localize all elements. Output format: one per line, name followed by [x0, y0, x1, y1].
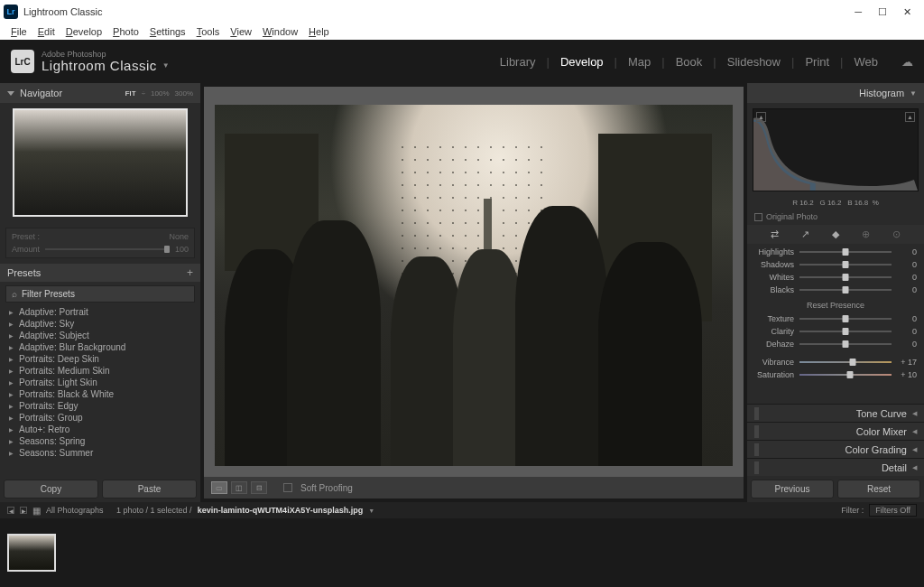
highlight-clip-icon[interactable]: ▲ — [905, 112, 915, 122]
slider-track[interactable] — [799, 289, 892, 291]
menu-view[interactable]: View — [226, 26, 255, 37]
slider-whites[interactable]: Whites0 — [754, 271, 917, 284]
preset-item[interactable]: Portraits: Light Skin — [4, 377, 197, 388]
filter-presets-input[interactable]: ⌕ Filter Presets — [5, 285, 195, 303]
presets-header[interactable]: Presets + — [0, 264, 200, 282]
section-detail[interactable]: Detail — [747, 458, 924, 476]
slider-track[interactable] — [799, 251, 892, 253]
window-titlebar: Lr Lightroom Classic ─ ☐ ✕ — [0, 0, 924, 23]
preset-item[interactable]: Adaptive: Portrait — [4, 306, 197, 318]
left-panel: Navigator FIT ÷ 100% 300% Preset :None A… — [0, 83, 200, 502]
menu-window[interactable]: Window — [259, 26, 301, 37]
brand-main[interactable]: Lightroom Classic▼ — [42, 59, 170, 72]
preset-item[interactable]: Portraits: Edgy — [4, 400, 197, 412]
slider-saturation[interactable]: Saturation+ 10 — [754, 368, 917, 381]
extra-tool-icon[interactable]: ⊙ — [892, 228, 901, 240]
develop-tool-strip: ⇄ ↗ ◆ ⊕ ⊙ — [747, 225, 924, 244]
preset-item[interactable]: Portraits: Group — [4, 412, 197, 424]
slider-track[interactable] — [799, 264, 892, 266]
preset-item[interactable]: Seasons: Summer — [4, 447, 197, 459]
module-print[interactable]: Print — [805, 55, 829, 69]
app-icon: Lr — [4, 5, 18, 19]
menu-file[interactable]: File — [7, 26, 31, 37]
crop-tool-icon[interactable]: ⇄ — [771, 228, 779, 240]
copy-button[interactable]: Copy — [4, 480, 98, 498]
section-color-grading[interactable]: Color Grading — [747, 440, 924, 458]
slider-track[interactable] — [799, 343, 892, 345]
slider-label: Shadows — [754, 260, 798, 269]
section-tone-curve[interactable]: Tone Curve — [747, 404, 924, 422]
menu-edit[interactable]: Edit — [34, 26, 59, 37]
crumb-path[interactable]: All Photographs — [46, 506, 104, 515]
module-web[interactable]: Web — [855, 55, 879, 69]
module-slideshow[interactable]: Slideshow — [727, 55, 781, 69]
add-preset-button[interactable]: + — [187, 266, 193, 279]
slider-clarity[interactable]: Clarity0 — [754, 325, 917, 338]
zoom-fill[interactable]: ÷ — [142, 89, 145, 98]
slider-texture[interactable]: Texture0 — [754, 312, 917, 325]
slider-highlights[interactable]: Highlights0 — [754, 246, 917, 258]
menu-tools[interactable]: Tools — [193, 26, 224, 37]
histogram-header[interactable]: Histogram ▼ — [747, 83, 924, 103]
nav-back-button[interactable]: ◀ — [7, 507, 14, 514]
module-map[interactable]: Map — [628, 55, 651, 69]
navigator-header[interactable]: Navigator FIT ÷ 100% 300% — [0, 83, 200, 103]
preset-item[interactable]: Adaptive: Subject — [4, 330, 197, 341]
heal-tool-icon[interactable]: ↗ — [801, 228, 809, 240]
paste-button[interactable]: Paste — [102, 480, 197, 498]
slider-dehaze[interactable]: Dehaze0 — [754, 338, 917, 350]
view-before-after-tb-button[interactable]: ⊟ — [251, 481, 267, 494]
filter-dropdown[interactable]: Filters Off — [869, 504, 917, 517]
view-before-after-lr-button[interactable]: ◫ — [231, 481, 247, 494]
slider-vibrance[interactable]: Vibrance+ 17 — [754, 356, 917, 368]
main-photo[interactable] — [215, 105, 733, 466]
previous-button[interactable]: Previous — [751, 480, 834, 498]
module-book[interactable]: Book — [676, 55, 703, 69]
lrc-icon: LrC — [11, 50, 34, 73]
menu-help[interactable]: Help — [305, 26, 333, 37]
presence-header[interactable]: Reset Presence — [747, 298, 924, 312]
preset-item[interactable]: Auto+: Retro — [4, 424, 197, 435]
slider-track[interactable] — [799, 374, 892, 376]
slider-track[interactable] — [799, 318, 892, 320]
cloud-sync-icon[interactable]: ☁ — [901, 55, 913, 69]
slider-track[interactable] — [799, 276, 892, 278]
nav-fwd-button[interactable]: ▶ — [20, 507, 27, 514]
preset-item[interactable]: Portraits: Black & White — [4, 388, 197, 400]
navigator-thumbnail[interactable] — [13, 108, 188, 217]
shadow-clip-icon[interactable]: ▲ — [756, 112, 766, 122]
menu-settings[interactable]: Settings — [146, 26, 189, 37]
amount-slider[interactable] — [45, 248, 170, 250]
module-library[interactable]: Library — [500, 55, 536, 69]
maximize-button[interactable]: ☐ — [878, 6, 887, 18]
zoom-100[interactable]: 100% — [151, 89, 169, 98]
slider-track[interactable] — [799, 331, 892, 332]
preset-item[interactable]: Portraits: Medium Skin — [4, 365, 197, 377]
slider-blacks[interactable]: Blacks0 — [754, 284, 917, 296]
view-loupe-button[interactable]: ▭ — [211, 481, 227, 494]
zoom-fit[interactable]: FIT — [125, 89, 136, 98]
close-button[interactable]: ✕ — [903, 6, 911, 18]
slider-shadows[interactable]: Shadows0 — [754, 258, 917, 271]
module-develop[interactable]: Develop — [560, 55, 604, 69]
menu-develop[interactable]: Develop — [62, 26, 106, 37]
soft-proofing-checkbox[interactable] — [283, 483, 292, 492]
minimize-button[interactable]: ─ — [855, 6, 862, 18]
filmstrip-thumb[interactable] — [7, 534, 56, 572]
preset-item[interactable]: Adaptive: Blur Background — [4, 341, 197, 353]
preset-item[interactable]: Seasons: Spring — [4, 435, 197, 447]
mask-tool-icon[interactable]: ◆ — [832, 228, 839, 240]
reset-button[interactable]: Reset — [837, 480, 920, 498]
histogram-graph[interactable]: ▲ ▲ — [753, 108, 919, 191]
section-color-mixer[interactable]: Color Mixer — [747, 422, 924, 440]
redeye-tool-icon[interactable]: ⊕ — [862, 228, 870, 240]
preset-item[interactable]: Portraits: Deep Skin — [4, 353, 197, 365]
checkbox-icon — [754, 213, 762, 221]
grid-icon[interactable]: ▦ — [32, 506, 41, 516]
chevron-down-icon: ▼ — [910, 89, 917, 98]
original-photo-toggle[interactable]: Original Photo — [747, 210, 924, 223]
slider-track[interactable] — [799, 361, 892, 363]
menu-photo[interactable]: Photo — [109, 26, 143, 37]
zoom-300[interactable]: 300% — [175, 89, 193, 98]
preset-item[interactable]: Adaptive: Sky — [4, 318, 197, 330]
